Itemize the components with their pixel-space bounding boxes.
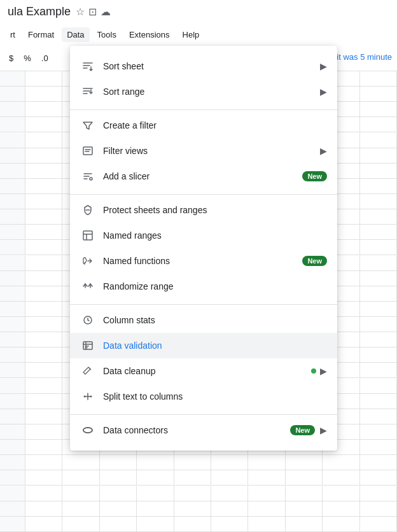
named-ranges-item[interactable]: Named ranges — [70, 223, 337, 248]
split-text-icon — [80, 389, 95, 404]
sort-sheet-arrow: ▶ — [320, 61, 327, 71]
protect-sheets-icon — [80, 202, 95, 218]
create-filter-icon — [80, 118, 95, 133]
title-bar: ula Example ☆ ⊡ ☁ — [0, 0, 397, 23]
data-validation-icon — [80, 338, 95, 353]
cloud-icon[interactable]: ☁ — [101, 6, 111, 18]
named-ranges-label: Named ranges — [103, 230, 327, 241]
named-functions-icon — [80, 253, 95, 269]
add-slicer-new-badge: New — [302, 171, 327, 181]
menu-item-insert[interactable]: rt — [5, 27, 20, 42]
named-functions-new-badge: New — [302, 256, 327, 266]
folder-icon[interactable]: ⊡ — [88, 6, 97, 18]
toolbar-decimal[interactable]: .0 — [38, 51, 52, 66]
sort-range-item[interactable]: Sort range ▶ — [70, 79, 337, 104]
svg-rect-2 — [83, 231, 92, 240]
data-validation-label: Data validation — [103, 340, 327, 351]
dropdown-section-sort: Sort sheet ▶ Sort range ▶ — [70, 51, 337, 107]
sort-range-arrow: ▶ — [320, 87, 327, 97]
column-stats-label: Column stats — [103, 315, 327, 325]
filter-views-label: Filter views — [103, 146, 320, 156]
data-cleanup-item[interactable]: Data cleanup ▶ — [70, 358, 337, 384]
menu-bar: rt Format Data Tools Extensions Help Las… — [0, 23, 397, 46]
title-bar-icons: ☆ ⊡ ☁ — [76, 6, 111, 18]
toolbar-dollar[interactable]: $ — [5, 51, 17, 66]
svg-point-6 — [90, 396, 92, 398]
menu-item-extensions[interactable]: Extensions — [124, 27, 175, 42]
sort-sheet-item[interactable]: Sort sheet ▶ — [70, 53, 337, 79]
create-filter-label: Create a filter — [103, 120, 327, 130]
document-title: ula Example — [8, 5, 71, 18]
data-validation-item[interactable]: Data validation — [70, 333, 337, 358]
protect-sheets-label: Protect sheets and ranges — [103, 205, 327, 215]
data-connectors-label: Data connectors — [103, 425, 290, 435]
menu-item-format[interactable]: Format — [23, 27, 59, 42]
sort-range-label: Sort range — [103, 87, 320, 97]
data-connectors-arrow: ▶ — [320, 425, 327, 435]
data-connectors-item[interactable]: Data connectors New ▶ — [70, 417, 337, 443]
randomize-range-label: Randomize range — [103, 281, 327, 291]
sort-range-icon — [80, 84, 95, 99]
dropdown-section-named: Protect sheets and ranges Named ranges N… — [70, 194, 337, 302]
filter-views-item[interactable]: Filter views ▶ — [70, 138, 337, 164]
data-cleanup-icon — [80, 363, 95, 379]
column-stats-icon — [80, 312, 95, 328]
dropdown-section-connectors: Data connectors New ▶ — [70, 414, 337, 445]
toolbar-percent[interactable]: % — [20, 51, 35, 66]
menu-item-tools[interactable]: Tools — [92, 27, 122, 42]
svg-rect-4 — [83, 342, 92, 349]
menu-item-help[interactable]: Help — [178, 27, 205, 42]
svg-point-5 — [84, 396, 86, 398]
named-ranges-icon — [80, 228, 95, 243]
randomize-range-icon — [80, 279, 95, 294]
data-connectors-new-badge: New — [290, 425, 315, 435]
svg-point-1 — [90, 178, 92, 180]
svg-rect-0 — [83, 147, 92, 155]
data-cleanup-indicators: ▶ — [311, 366, 327, 376]
split-text-label: Split text to columns — [103, 391, 327, 402]
column-stats-item[interactable]: Column stats — [70, 307, 337, 333]
data-dropdown-menu: Sort sheet ▶ Sort range ▶ Create a filte… — [70, 46, 337, 451]
protect-sheets-item[interactable]: Protect sheets and ranges — [70, 197, 337, 223]
randomize-range-item[interactable]: Randomize range — [70, 274, 337, 299]
data-connectors-icon — [80, 423, 95, 438]
data-connectors-indicators: New ▶ — [290, 425, 327, 435]
sort-sheet-label: Sort sheet — [103, 61, 320, 71]
data-cleanup-dot — [311, 368, 316, 374]
menu-item-data[interactable]: Data — [62, 27, 89, 42]
dropdown-section-validation: Column stats Data validation Data cleanu… — [70, 304, 337, 412]
data-cleanup-arrow: ▶ — [320, 366, 327, 376]
create-filter-item[interactable]: Create a filter — [70, 113, 337, 138]
sort-sheet-icon — [80, 59, 95, 74]
add-slicer-icon — [80, 169, 95, 184]
data-cleanup-label: Data cleanup — [103, 366, 311, 376]
filter-views-icon — [80, 143, 95, 158]
star-icon[interactable]: ☆ — [76, 6, 85, 18]
named-functions-label: Named functions — [103, 256, 302, 266]
named-functions-item[interactable]: Named functions New — [70, 248, 337, 274]
dropdown-section-filter: Create a filter Filter views ▶ Add a sli… — [70, 109, 337, 192]
add-slicer-item[interactable]: Add a slicer New — [70, 164, 337, 189]
filter-views-arrow: ▶ — [320, 146, 327, 156]
add-slicer-label: Add a slicer — [103, 171, 302, 181]
split-text-item[interactable]: Split text to columns — [70, 384, 337, 409]
